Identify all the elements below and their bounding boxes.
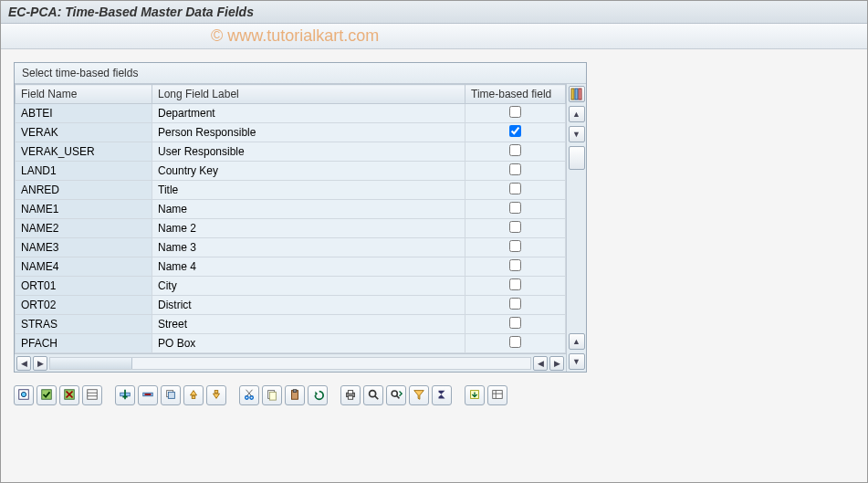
table-row[interactable]: NAME4Name 4 <box>16 257 566 277</box>
cell-field-name[interactable]: NAME3 <box>16 238 152 257</box>
find-icon <box>367 388 380 404</box>
time-based-checkbox[interactable] <box>509 298 521 310</box>
cell-long-label[interactable]: PO Box <box>152 334 465 353</box>
cell-field-name[interactable]: NAME1 <box>16 200 152 219</box>
cell-field-name[interactable]: NAME4 <box>16 257 152 277</box>
svg-rect-5 <box>42 389 52 399</box>
sort-asc-button[interactable] <box>183 385 204 405</box>
paste-button[interactable] <box>285 385 305 405</box>
cell-field-name[interactable]: PFACH <box>16 334 152 353</box>
cell-long-label[interactable]: User Responsible <box>152 142 465 162</box>
time-based-checkbox[interactable] <box>509 202 521 214</box>
scroll-right-end-icon[interactable]: ▶ <box>549 356 564 371</box>
scroll-up-icon[interactable]: ▲ <box>569 106 585 122</box>
undo-button[interactable] <box>308 385 328 405</box>
cut-button[interactable] <box>239 385 259 405</box>
time-based-checkbox[interactable] <box>509 221 521 233</box>
scroll-down-icon[interactable]: ▼ <box>569 126 585 142</box>
copy-row-icon <box>164 388 177 404</box>
settings-button[interactable] <box>487 385 507 405</box>
cell-field-name[interactable]: STRAS <box>16 315 152 334</box>
layout-button[interactable] <box>82 385 102 405</box>
table-row[interactable]: NAME2Name 2 <box>16 219 566 238</box>
select-all-button[interactable] <box>37 385 57 405</box>
delete-row-button[interactable] <box>138 385 158 405</box>
time-based-checkbox[interactable] <box>509 259 521 271</box>
cell-long-label[interactable]: Name <box>152 200 465 219</box>
cell-field-name[interactable]: VERAK_USER <box>16 142 152 162</box>
time-based-checkbox[interactable] <box>509 317 521 329</box>
cell-field-name[interactable]: ANRED <box>16 181 152 200</box>
scroll-left-end-icon[interactable]: ◀ <box>16 356 31 371</box>
svg-line-35 <box>397 395 400 398</box>
cell-field-name[interactable]: LAND1 <box>16 162 152 181</box>
scroll-left-icon[interactable]: ▶ <box>33 356 47 371</box>
col-header-long-label[interactable]: Long Field Label <box>152 85 465 104</box>
table-row[interactable]: ORT02District <box>16 296 566 315</box>
cell-time-based <box>465 277 566 296</box>
sum-button[interactable] <box>432 385 452 405</box>
time-based-checkbox[interactable] <box>509 163 521 175</box>
table-row[interactable]: ORT01City <box>16 277 566 296</box>
filter-button[interactable] <box>409 385 429 405</box>
cell-long-label[interactable]: Department <box>152 104 465 123</box>
scroll-right-icon[interactable]: ◀ <box>533 356 548 371</box>
page-title: EC-PCA: Time-Based Master Data Fields <box>1 1 867 24</box>
cell-field-name[interactable]: NAME2 <box>16 219 152 238</box>
time-based-checkbox[interactable] <box>509 144 521 156</box>
col-header-time-based[interactable]: Time-based field <box>465 85 566 104</box>
copy-button[interactable] <box>262 385 282 405</box>
time-based-checkbox[interactable] <box>509 106 521 118</box>
insert-row-button[interactable] <box>115 385 135 405</box>
export-icon <box>468 388 481 404</box>
time-based-checkbox[interactable] <box>509 336 521 348</box>
cell-long-label[interactable]: Person Responsible <box>152 123 465 142</box>
time-based-checkbox[interactable] <box>509 125 521 137</box>
time-based-checkbox[interactable] <box>509 240 521 252</box>
configure-columns-icon[interactable] <box>569 86 585 102</box>
cell-field-name[interactable]: ORT01 <box>16 277 152 296</box>
table-row[interactable]: VERAKPerson Responsible <box>16 123 566 142</box>
col-header-field-name[interactable]: Field Name <box>16 85 152 104</box>
cell-long-label[interactable]: Country Key <box>152 162 465 181</box>
time-based-checkbox[interactable] <box>509 183 521 194</box>
table-row[interactable]: NAME1Name <box>16 200 566 219</box>
details-button[interactable] <box>14 385 34 405</box>
find-next-button[interactable] <box>386 385 406 405</box>
fields-panel: Select time-based fields Field Name Long… <box>14 62 587 373</box>
table-row[interactable]: STRASStreet <box>16 315 566 334</box>
cell-field-name[interactable]: VERAK <box>16 123 152 142</box>
copy-icon <box>266 388 278 404</box>
scroll-handle[interactable] <box>569 146 585 170</box>
cell-long-label[interactable]: Street <box>152 315 465 334</box>
cell-long-label[interactable]: Name 3 <box>152 238 465 257</box>
print-button[interactable] <box>340 385 361 405</box>
horizontal-scrollbar[interactable]: ◀ ▶ ◀ ▶ <box>15 353 566 372</box>
cell-time-based <box>465 257 566 277</box>
copy-row-button[interactable] <box>161 385 181 405</box>
scroll-thumb[interactable] <box>50 358 132 369</box>
scroll-down2-icon[interactable]: ▼ <box>569 353 585 370</box>
time-based-checkbox[interactable] <box>509 278 521 290</box>
table-row[interactable]: LAND1Country Key <box>16 162 566 181</box>
cell-field-name[interactable]: ABTEI <box>16 104 152 123</box>
sort-desc-button[interactable] <box>206 385 226 405</box>
vertical-scrollbar[interactable]: ▲ ▼ ▲ ▼ <box>566 84 586 372</box>
cell-long-label[interactable]: Title <box>152 181 465 200</box>
cell-long-label[interactable]: Name 2 <box>152 219 465 238</box>
table-row[interactable]: NAME3Name 3 <box>16 238 566 257</box>
table-row[interactable]: ABTEIDepartment <box>16 104 566 123</box>
scroll-track[interactable] <box>49 357 531 370</box>
table-row[interactable]: VERAK_USERUser Responsible <box>16 142 566 162</box>
cell-long-label[interactable]: City <box>152 277 465 296</box>
cell-long-label[interactable]: District <box>152 296 465 315</box>
find-button[interactable] <box>363 385 383 405</box>
scroll-up2-icon[interactable]: ▲ <box>569 333 585 350</box>
export-button[interactable] <box>465 385 485 405</box>
table-row[interactable]: PFACHPO Box <box>16 334 566 353</box>
svg-point-34 <box>392 391 397 396</box>
cell-long-label[interactable]: Name 4 <box>152 257 465 277</box>
cell-field-name[interactable]: ORT02 <box>16 296 152 315</box>
table-row[interactable]: ANREDTitle <box>16 181 566 200</box>
deselect-all-button[interactable] <box>59 385 79 405</box>
